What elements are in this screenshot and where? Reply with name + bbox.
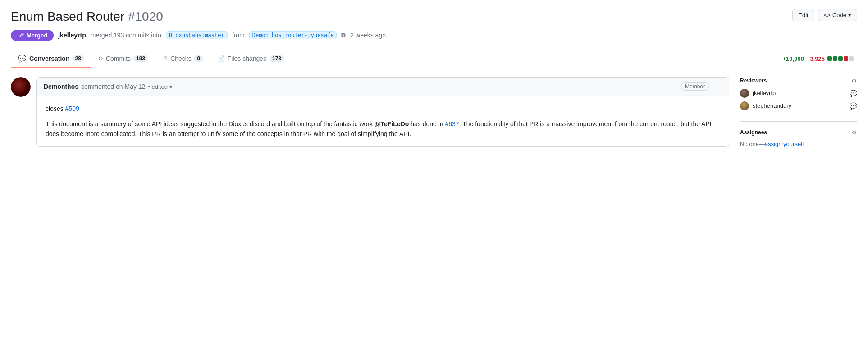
assign-yourself-link[interactable]: assign yourself — [765, 141, 804, 147]
reviewers-header: Reviewers ⚙ — [740, 77, 857, 84]
conversation-icon: 💬 — [18, 55, 27, 63]
body-text-1: This document is a summery of some API i… — [46, 120, 375, 128]
edited-badge[interactable]: • edited ▾ — [148, 83, 173, 90]
closes-prefix: closes — [46, 105, 65, 112]
tab-checks-badge: 9 — [194, 55, 203, 62]
comment-header-left: Demonthos commented on May 12 • edited ▾ — [44, 83, 173, 90]
chevron-down-icon: ▾ — [169, 83, 173, 90]
comment-thread: Demonthos commented on May 12 • edited ▾… — [11, 77, 729, 155]
reviewer-avatar-2 — [740, 101, 749, 110]
checks-icon: ☑ — [162, 55, 168, 62]
pr-title-text: Enum Based Router — [11, 9, 124, 23]
comment-container: Demonthos commented on May 12 • edited ▾… — [11, 77, 729, 147]
more-options-icon[interactable]: ··· — [713, 82, 722, 91]
tab-conversation-badge: 28 — [72, 55, 83, 62]
chevron-down-icon: ▾ — [848, 12, 851, 18]
additions-stat: +10,960 — [783, 55, 804, 62]
copy-icon[interactable]: ⧉ — [341, 32, 346, 39]
tab-commits-badge: 193 — [133, 55, 148, 62]
tab-commits[interactable]: ⊙ Commits 193 — [91, 50, 155, 68]
avatar — [11, 77, 31, 97]
comment-header: Demonthos commented on May 12 • edited ▾… — [37, 78, 729, 96]
reviewer-item-1: jkelleyrtp 💬 — [740, 89, 857, 98]
no-one-text: No one — [740, 141, 759, 147]
diff-bars — [827, 56, 854, 61]
comment-date: commented on May 12 — [81, 83, 145, 90]
pr-title: Enum Based Router #1020 — [11, 9, 163, 24]
diff-bar-5 — [849, 56, 854, 61]
comment-box: Demonthos commented on May 12 • edited ▾… — [36, 77, 729, 147]
assignees-none: No one—assign yourself — [740, 141, 857, 147]
source-branch[interactable]: Demonthos:router-typesafe — [249, 31, 337, 39]
reviewers-title: Reviewers — [740, 78, 767, 84]
reviewer-name-2[interactable]: stephenandary — [753, 102, 791, 109]
code-button[interactable]: <> Code ▾ — [818, 9, 857, 21]
diff-bar-1 — [827, 56, 832, 61]
header-buttons: Edit <> Code ▾ — [792, 9, 857, 21]
tabs-bar: 💬 Conversation 28 ⊙ Commits 193 ☑ Checks… — [11, 50, 857, 68]
body-link[interactable]: #637 — [445, 120, 459, 128]
merged-label: Merged — [27, 32, 47, 39]
edit-button[interactable]: Edit — [792, 9, 814, 21]
assignees-header: Assignees ⚙ — [740, 129, 857, 136]
diff-bar-2 — [833, 56, 837, 61]
diff-bar-3 — [838, 56, 843, 61]
reviewer-left-1: jkelleyrtp — [740, 89, 776, 98]
pr-meta: ⎇ Merged jkelleyrtp merged 193 commits i… — [11, 30, 857, 41]
diff-stats: +10,960 −3,925 — [783, 55, 857, 62]
avatar-image — [11, 77, 31, 97]
target-branch[interactable]: DioxusLabs:master — [166, 31, 228, 39]
deletions-stat: −3,925 — [807, 55, 825, 62]
assignees-gear-icon[interactable]: ⚙ — [851, 129, 857, 136]
reviewer-item-2: stephenandary 💬 — [740, 101, 857, 110]
reviewers-section: Reviewers ⚙ jkelleyrtp 💬 stephenandary 💬 — [740, 77, 857, 122]
edited-label: • edited — [148, 83, 168, 90]
reviewer-name-1[interactable]: jkelleyrtp — [753, 90, 776, 96]
reviewer-comment-icon-2[interactable]: 💬 — [850, 102, 857, 110]
merge-icon: ⎇ — [17, 32, 24, 39]
code-icon: <> — [824, 12, 831, 18]
diff-bar-4 — [844, 56, 848, 61]
closes-link[interactable]: #509 — [65, 105, 79, 112]
comment-closes-line: closes #509 — [46, 104, 720, 114]
tab-files-label: Files changed — [228, 55, 267, 62]
pr-author[interactable]: jkelleyrtp — [58, 32, 86, 39]
reviewers-gear-icon[interactable]: ⚙ — [851, 77, 857, 84]
files-icon: 📄 — [218, 55, 225, 62]
from-text: from — [232, 32, 245, 39]
body-text-2: has done in — [409, 120, 445, 128]
time-ago: 2 weeks ago — [350, 32, 386, 39]
body-mention: @TeFiLeDo — [375, 120, 409, 128]
tab-checks-label: Checks — [170, 55, 192, 62]
pr-header: Enum Based Router #1020 Edit <> Code ▾ — [11, 9, 857, 24]
comment-author[interactable]: Demonthos — [44, 83, 78, 90]
assignees-section: Assignees ⚙ No one—assign yourself — [740, 122, 857, 155]
tab-commits-label: Commits — [106, 55, 131, 62]
sidebar: Reviewers ⚙ jkelleyrtp 💬 stephenandary 💬 — [740, 77, 857, 155]
assignees-title: Assignees — [740, 129, 767, 136]
member-badge: Member — [681, 82, 709, 91]
tab-files-badge: 178 — [270, 55, 284, 62]
reviewer-avatar-1 — [740, 89, 749, 98]
tab-checks[interactable]: ☑ Checks 9 — [155, 50, 210, 68]
commits-icon: ⊙ — [98, 55, 103, 62]
tab-conversation[interactable]: 💬 Conversation 28 — [11, 50, 91, 68]
pr-number: #1020 — [128, 9, 163, 23]
merged-badge: ⎇ Merged — [11, 30, 54, 41]
reviewer-left-2: stephenandary — [740, 101, 791, 110]
tab-files-changed[interactable]: 📄 Files changed 178 — [210, 50, 291, 68]
code-label: Code — [832, 12, 846, 18]
reviewer-comment-icon-1[interactable]: 💬 — [850, 90, 857, 97]
main-content: Demonthos commented on May 12 • edited ▾… — [11, 77, 857, 155]
comment-body-text: This document is a summery of some API i… — [46, 119, 720, 139]
comment-body: closes #509 This document is a summery o… — [37, 96, 729, 146]
comment-header-right: Member ··· — [681, 82, 722, 91]
pr-action-text: merged 193 commits into — [91, 32, 161, 39]
tab-conversation-label: Conversation — [29, 55, 69, 62]
